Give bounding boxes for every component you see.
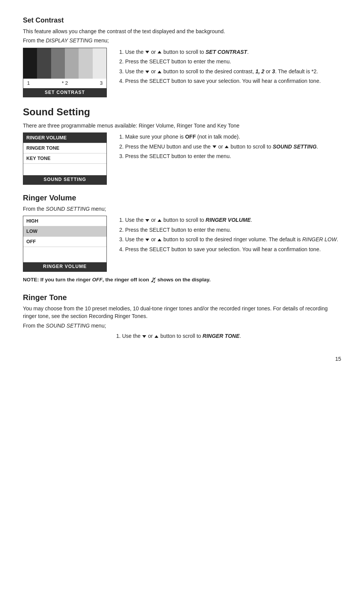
set-contrast-title: Set Contrast <box>23 15 341 25</box>
set-contrast-steps: Use the or button to scroll to SET CONTR… <box>118 48 341 87</box>
arrow-up-icon <box>158 51 161 53</box>
sound-step-3: Press the SELECT button to enter the men… <box>125 153 341 160</box>
ringer-footer: RINGER VOLUME <box>23 262 106 271</box>
contrast-step-2: Press the SELECT button to enter the men… <box>125 58 341 66</box>
page-number: 15 <box>23 355 341 363</box>
contrast-footer: SET CONTRAST <box>23 88 106 97</box>
sound-footer: SOUND SETTING <box>23 175 106 184</box>
arrow-up-icon <box>158 219 161 222</box>
set-contrast-from-menu: From the DISPLAY SETTING menu; <box>23 37 341 44</box>
set-contrast-image: 1 * 2 3 SET CONTRAST <box>23 48 111 97</box>
low-item: LOW <box>23 226 106 237</box>
arrow-down-icon <box>142 335 146 338</box>
set-contrast-description: This feature allows you change the contr… <box>23 27 341 35</box>
swatch-6 <box>93 48 106 79</box>
ringer-tone-description: You may choose from the 10 preset melodi… <box>23 305 341 320</box>
ringer-off-icon: ♫̸ <box>151 276 156 284</box>
ringer-step-4: Press the SELECT button to save your sel… <box>125 246 341 253</box>
arrow-up-icon <box>225 145 229 148</box>
contrast-step-1: Use the or button to scroll to SET CONTR… <box>125 48 341 56</box>
ringer-tone-step-1: Use the or button to scroll to RINGER TO… <box>122 333 341 340</box>
ringer-volume-menu: HIGH LOW OFF RINGER VOLUME <box>23 216 111 272</box>
swatch-1 <box>23 48 37 79</box>
ringer-volume-steps: Use the or button to scroll to RINGER VO… <box>118 216 341 255</box>
ringer-note: NOTE: If you turn the ringer OFF, the ri… <box>23 276 341 284</box>
arrow-down-icon <box>145 71 149 73</box>
ringer-step-3: Use the or button to scroll to the desir… <box>125 236 341 244</box>
key-tone-item: KEY TONE <box>23 153 106 164</box>
off-item: OFF <box>23 237 106 247</box>
ringer-tone-steps-indented: Use the or button to scroll to RINGER TO… <box>114 333 341 340</box>
ringer-spacer <box>23 247 106 262</box>
swatch-2 <box>37 48 51 79</box>
arrow-up-icon <box>158 239 161 241</box>
sound-spacer <box>23 164 106 175</box>
contrast-step-4: Press the SELECT button to save your sel… <box>125 77 341 85</box>
sound-box: RINGER VOLUME RINGER TONE KEY TONE SOUND… <box>23 132 107 185</box>
arrow-down-icon <box>145 51 149 53</box>
sound-setting-content: RINGER VOLUME RINGER TONE KEY TONE SOUND… <box>23 132 341 185</box>
swatch-4 <box>65 48 79 79</box>
ringer-tone-title: Ringer Tone <box>23 292 341 303</box>
high-item: HIGH <box>23 216 106 226</box>
arrow-down-icon <box>213 145 216 148</box>
arrow-up-icon <box>155 335 158 338</box>
label-1: 1 <box>27 80 30 87</box>
contrast-swatches <box>23 48 106 79</box>
ringer-step-1: Use the or button to scroll to RINGER VO… <box>125 216 341 224</box>
ringer-volume-title: Ringer Volume <box>23 192 341 203</box>
sound-steps-list: Make sure your phone is OFF (not in talk… <box>118 133 341 160</box>
ringer-tone-steps-list: Use the or button to scroll to RINGER TO… <box>114 333 341 340</box>
sound-setting-title: Sound Setting <box>23 105 341 119</box>
label-2: * 2 <box>62 80 68 87</box>
contrast-step-3: Use the or button to scroll to the desir… <box>125 68 341 76</box>
ringer-volume-from-menu: From the SOUND SETTING menu; <box>23 205 341 213</box>
contrast-labels: 1 * 2 3 <box>23 79 106 88</box>
set-contrast-content: 1 * 2 3 SET CONTRAST Use the or button t… <box>23 48 341 97</box>
sound-step-2: Press the MENU button and use the or but… <box>125 143 341 151</box>
ringer-volume-section: Ringer Volume From the SOUND SETTING men… <box>23 192 341 284</box>
contrast-steps-list: Use the or button to scroll to SET CONTR… <box>118 48 341 85</box>
swatch-5 <box>79 48 92 79</box>
ringer-volume-item: RINGER VOLUME <box>23 133 106 143</box>
arrow-down-icon <box>145 239 149 241</box>
ringer-step-2: Press the SELECT button to enter the men… <box>125 226 341 234</box>
arrow-up-icon <box>158 71 161 73</box>
sound-setting-description: There are three programmable menus avail… <box>23 122 341 129</box>
set-contrast-section: Set Contrast This feature allows you cha… <box>23 15 341 97</box>
swatch-3 <box>51 48 65 79</box>
ringer-box: HIGH LOW OFF RINGER VOLUME <box>23 216 107 272</box>
sound-setting-steps: Make sure your phone is OFF (not in talk… <box>118 132 341 163</box>
sound-setting-section: Sound Setting There are three programmab… <box>23 105 341 185</box>
ringer-steps-list: Use the or button to scroll to RINGER VO… <box>118 216 341 253</box>
label-3: 3 <box>100 80 103 87</box>
contrast-box: 1 * 2 3 SET CONTRAST <box>23 48 107 97</box>
sound-step-1: Make sure your phone is OFF (not in talk… <box>125 133 341 141</box>
arrow-down-icon <box>145 219 149 222</box>
ringer-tone-item: RINGER TONE <box>23 143 106 153</box>
sound-setting-menu: RINGER VOLUME RINGER TONE KEY TONE SOUND… <box>23 132 111 185</box>
ringer-tone-from-menu: From the SOUND SETTING menu; <box>23 322 341 329</box>
ringer-tone-section: Ringer Tone You may choose from the 10 p… <box>23 292 341 340</box>
ringer-volume-content: HIGH LOW OFF RINGER VOLUME Use the or bu… <box>23 216 341 272</box>
